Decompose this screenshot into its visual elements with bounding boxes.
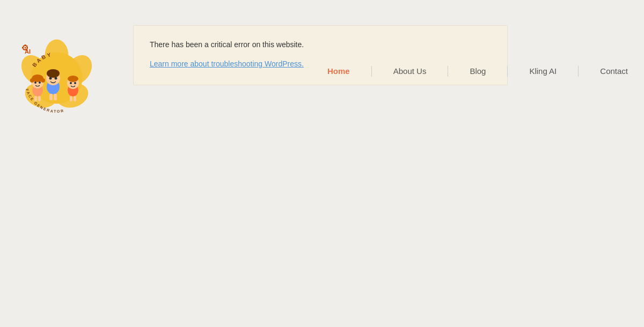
svg-point-21: [30, 78, 34, 83]
svg-point-36: [68, 76, 78, 82]
svg-point-31: [55, 77, 57, 80]
nav-separator-2: [448, 66, 448, 77]
svg-point-23: [34, 81, 36, 84]
nav-item-contact[interactable]: Contact: [600, 64, 628, 78]
error-message: There has been a critical error on this …: [150, 39, 491, 50]
svg-point-29: [47, 69, 60, 78]
svg-rect-12: [27, 47, 28, 49]
nav-item-blog[interactable]: Blog: [470, 64, 486, 78]
svg-point-37: [70, 82, 72, 84]
nav-separator-3: [507, 66, 508, 77]
nav-item-about[interactable]: About Us: [393, 64, 427, 78]
page-wrapper: AI BABY: [0, 0, 644, 327]
svg-rect-11: [22, 47, 24, 49]
logo-area: AI BABY: [15, 36, 98, 120]
svg-rect-10: [25, 49, 26, 51]
svg-point-24: [39, 81, 41, 84]
svg-rect-39: [70, 96, 72, 101]
nav-bar: Home About Us Blog Kling AI Contact: [133, 64, 639, 78]
svg-point-30: [49, 77, 52, 80]
nav-item-home[interactable]: Home: [327, 64, 350, 78]
svg-rect-9: [25, 44, 26, 46]
nav-separator-1: [371, 66, 372, 77]
nav-item-kling[interactable]: Kling AI: [529, 64, 557, 78]
svg-point-38: [74, 82, 76, 84]
svg-point-22: [41, 78, 45, 83]
svg-point-8: [25, 47, 26, 49]
svg-rect-33: [54, 94, 57, 100]
svg-rect-26: [38, 96, 41, 101]
nav-separator-4: [578, 66, 579, 77]
svg-rect-32: [49, 94, 53, 100]
logo-image: AI BABY: [15, 36, 98, 120]
svg-rect-40: [74, 96, 76, 101]
